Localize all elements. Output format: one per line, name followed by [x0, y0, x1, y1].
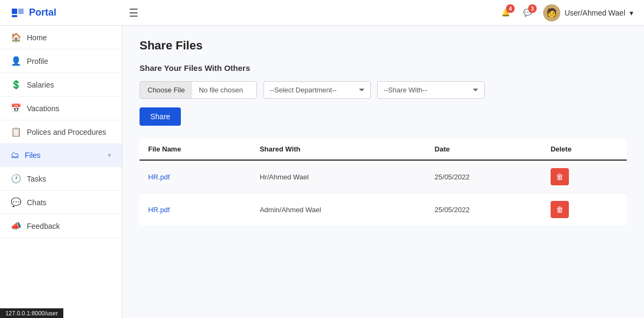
- sidebar-item-vacations[interactable]: 📅 Vacations: [0, 97, 122, 120]
- sidebar-item-salaries[interactable]: 💲 Salaries: [0, 73, 122, 97]
- cell-delete: 🗑: [542, 193, 627, 226]
- sidebar-item-polices[interactable]: 📋 Polices and Procedures: [0, 120, 122, 144]
- files-table: File Name Shared With Date Delete HR.pdf…: [140, 139, 627, 226]
- sidebar-item-tasks[interactable]: 🕐 Tasks: [0, 167, 122, 191]
- table-header-row: File Name Shared With Date Delete: [140, 139, 627, 160]
- chevron-down-icon: ▾: [108, 151, 111, 159]
- cell-date: 25/05/2022: [426, 193, 542, 226]
- messages-button[interactable]: 💬 3: [521, 6, 535, 19]
- cell-sharedwith: Admin/Ahmed Wael: [251, 193, 426, 226]
- delete-button[interactable]: 🗑: [551, 201, 569, 218]
- notifications-button[interactable]: 🔔 4: [499, 6, 513, 19]
- notifications-badge: 4: [506, 4, 515, 13]
- sidebar-item-label: Salaries: [27, 81, 111, 89]
- sidebar-item-profile[interactable]: 👤 Profile: [0, 49, 122, 73]
- user-menu-button[interactable]: 🧑 User/Ahmed Wael ▾: [543, 4, 633, 21]
- sidebar-item-label: Chats: [27, 198, 111, 207]
- profile-icon: 👤: [11, 56, 21, 66]
- sidebar: 🏠 Home 👤 Profile 💲 Salaries 📅 Vacations …: [0, 26, 122, 318]
- svg-rect-0: [12, 9, 17, 14]
- cell-filename: HR.pdf: [140, 160, 251, 193]
- sidebar-item-feedback[interactable]: 📣 Feedback: [0, 214, 122, 238]
- file-input-wrapper: Choose File No file chosen: [140, 81, 257, 99]
- logo: Portal: [11, 5, 56, 20]
- user-label: User/Ahmed Wael: [565, 9, 625, 17]
- tasks-icon: 🕐: [11, 174, 21, 184]
- chats-icon: 💬: [11, 197, 21, 207]
- col-header-date: Date: [426, 139, 542, 160]
- topbar-right: 🔔 4 💬 3 🧑 User/Ahmed Wael ▾: [499, 4, 633, 21]
- col-header-delete: Delete: [542, 139, 627, 160]
- table-row: HR.pdfAdmin/Ahmed Wael25/05/2022🗑: [140, 193, 627, 226]
- cell-filename: HR.pdf: [140, 193, 251, 226]
- svg-rect-1: [18, 9, 24, 14]
- logo-icon: [11, 5, 26, 20]
- sidebar-item-label: Home: [27, 33, 111, 42]
- sidebar-item-label: Vacations: [27, 104, 111, 113]
- chevron-down-icon: ▾: [630, 9, 633, 17]
- file-name-display: No file chosen: [192, 82, 257, 98]
- sidebar-item-label: Polices and Procedures: [27, 128, 111, 136]
- file-link[interactable]: HR.pdf: [148, 206, 170, 214]
- share-button[interactable]: Share: [140, 107, 181, 126]
- cell-delete: 🗑: [542, 160, 627, 193]
- polices-icon: 📋: [11, 127, 21, 137]
- logo-text: Portal: [29, 7, 56, 18]
- delete-button[interactable]: 🗑: [551, 168, 569, 185]
- file-link[interactable]: HR.pdf: [148, 173, 170, 181]
- statusbar: 127.0.0.1:8000/user: [0, 308, 63, 318]
- share-with-select[interactable]: --Share With-- Ahmed Wael: [377, 81, 485, 99]
- avatar: 🧑: [543, 4, 560, 21]
- vacations-icon: 📅: [11, 103, 21, 113]
- home-icon: 🏠: [11, 32, 21, 42]
- messages-badge: 3: [528, 4, 537, 13]
- sidebar-item-label: Tasks: [27, 175, 111, 183]
- sidebar-item-files[interactable]: 🗂 Files ▾: [0, 144, 122, 167]
- main-content: Share Files Share Your Files With Others…: [122, 26, 644, 318]
- col-header-sharedwith: Shared With: [251, 139, 426, 160]
- upload-row: Choose File No file chosen --Select Depa…: [140, 81, 627, 99]
- cell-date: 25/05/2022: [426, 160, 542, 193]
- hamburger-button[interactable]: ☰: [129, 6, 138, 19]
- sidebar-item-label: Feedback: [27, 222, 111, 230]
- sidebar-item-label: Files: [25, 151, 103, 160]
- files-icon: 🗂: [11, 150, 19, 160]
- sidebar-item-label: Profile: [27, 57, 111, 66]
- topbar: Portal ☰ 🔔 4 💬 3 🧑 User/Ahmed Wael ▾: [0, 0, 644, 26]
- page-title: Share Files: [140, 39, 627, 53]
- table-row: HR.pdfHr/Ahmed Wael25/05/2022🗑: [140, 160, 627, 193]
- col-header-filename: File Name: [140, 139, 251, 160]
- choose-file-button[interactable]: Choose File: [140, 82, 192, 98]
- sidebar-item-home[interactable]: 🏠 Home: [0, 26, 122, 49]
- layout: 🏠 Home 👤 Profile 💲 Salaries 📅 Vacations …: [0, 26, 644, 318]
- salaries-icon: 💲: [11, 80, 21, 90]
- cell-sharedwith: Hr/Ahmed Wael: [251, 160, 426, 193]
- department-select[interactable]: --Select Department-- HR Admin: [264, 81, 371, 99]
- section-title: Share Your Files With Others: [140, 63, 627, 73]
- statusbar-text: 127.0.0.1:8000/user: [5, 310, 58, 316]
- svg-rect-2: [12, 15, 17, 17]
- feedback-icon: 📣: [11, 221, 21, 231]
- sidebar-item-chats[interactable]: 💬 Chats: [0, 191, 122, 214]
